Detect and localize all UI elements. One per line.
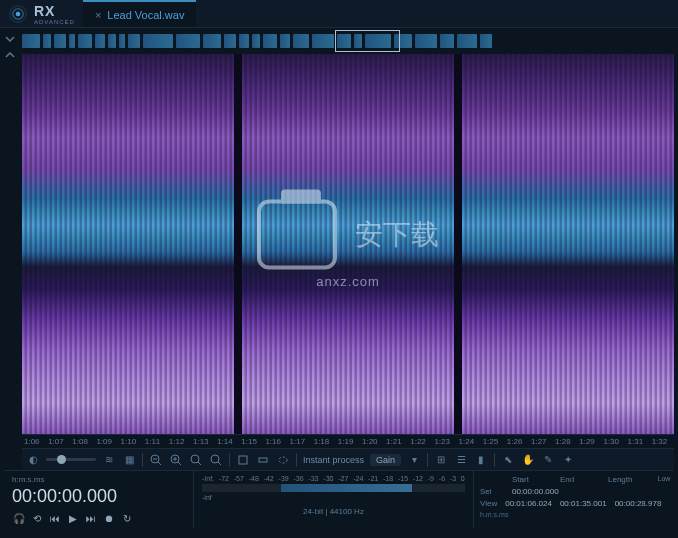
- cursor-icon[interactable]: ⬉: [501, 453, 515, 467]
- spectrogram-display[interactable]: M 安下载 anxz.com: [22, 54, 674, 434]
- spectrogram-icon[interactable]: ▦: [122, 453, 136, 467]
- level-meter: [202, 484, 465, 492]
- svg-rect-15: [259, 458, 267, 462]
- dropdown-icon[interactable]: ▾: [407, 453, 421, 467]
- svg-rect-14: [239, 456, 247, 464]
- ruler-tick: 1:19: [336, 437, 360, 446]
- ruler-tick: 1:12: [167, 437, 191, 446]
- app-logo-icon: [8, 4, 28, 24]
- playhead-time: 00:00:00.000: [12, 486, 185, 507]
- ruler-tick: 1:28: [553, 437, 577, 446]
- svg-line-4: [158, 462, 161, 465]
- overview-selection[interactable]: [335, 30, 400, 52]
- selection-panel: Start End Length Sel00:00:00.000View00:0…: [474, 471, 654, 528]
- ruler-tick: 1:26: [505, 437, 529, 446]
- ruler-tick: 1:10: [119, 437, 143, 446]
- zoom-selection-icon[interactable]: [209, 453, 223, 467]
- loop-icon[interactable]: ⟲: [30, 511, 44, 525]
- selection-unit: h.m.s.ms: [480, 511, 648, 518]
- tool-lasso-icon[interactable]: [276, 453, 290, 467]
- ruler-tick: 1:07: [46, 437, 70, 446]
- ruler-tick: 1:25: [481, 437, 505, 446]
- selection-row: Sel00:00:00.000: [480, 487, 648, 496]
- svg-point-16: [279, 457, 287, 463]
- time-ruler[interactable]: 1:061:071:081:091:101:111:121:131:141:15…: [22, 434, 674, 448]
- record-icon[interactable]: ⏺: [102, 511, 116, 525]
- svg-point-12: [211, 455, 219, 463]
- play-icon[interactable]: ▶: [66, 511, 80, 525]
- logo-area: RX ADVANCED: [0, 3, 83, 25]
- app-header: RX ADVANCED × Lead Vocal.wav: [0, 0, 678, 28]
- spectrogram-panel: [242, 54, 454, 434]
- ruler-tick: 1:21: [384, 437, 408, 446]
- ruler-tick: 1:13: [191, 437, 215, 446]
- zoom-out-icon[interactable]: [149, 453, 163, 467]
- ruler-tick: 1:17: [288, 437, 312, 446]
- tool-freq-icon[interactable]: [256, 453, 270, 467]
- instant-process-label[interactable]: Instant process: [303, 455, 364, 465]
- marker-icon[interactable]: ▮: [474, 453, 488, 467]
- side-controls: [3, 32, 19, 62]
- ruler-tick: 1:09: [94, 437, 118, 446]
- hand-icon[interactable]: ✋: [521, 453, 535, 467]
- ruler-tick: 1:16: [263, 437, 287, 446]
- spectrogram-panel: [462, 54, 674, 434]
- skip-forward-icon[interactable]: ⏭: [84, 511, 98, 525]
- svg-line-11: [198, 462, 201, 465]
- skip-back-icon[interactable]: ⏮: [48, 511, 62, 525]
- wand-icon[interactable]: ✦: [561, 453, 575, 467]
- ruler-tick: 1:30: [601, 437, 625, 446]
- ruler-tick: 1:32: [650, 437, 674, 446]
- ruler-tick: 1:27: [529, 437, 553, 446]
- collapse-up-icon[interactable]: [3, 48, 17, 62]
- ruler-tick: 1:08: [70, 437, 94, 446]
- headphones-icon[interactable]: 🎧: [12, 511, 26, 525]
- overview-waveform[interactable]: [22, 28, 674, 54]
- bottom-panel: h:m:s.ms 00:00:00.000 🎧 ⟲ ⏮ ▶ ⏭ ⏺ ↻ -Inf…: [4, 470, 674, 528]
- transport-controls: 🎧 ⟲ ⏮ ▶ ⏭ ⏺ ↻: [12, 511, 185, 525]
- ruler-tick: 1:31: [626, 437, 650, 446]
- ruler-tick: 1:11: [143, 437, 167, 446]
- ruler-tick: 1:14: [215, 437, 239, 446]
- format-info: 24-bit | 44100 Hz: [202, 507, 465, 516]
- gain-button[interactable]: Gain: [370, 454, 401, 466]
- zoom-icon[interactable]: ◐: [26, 453, 40, 467]
- grid-icon[interactable]: ⊞: [434, 453, 448, 467]
- loudness-panel: Low: [654, 471, 674, 528]
- svg-line-13: [218, 462, 221, 465]
- spectrogram-panel: [22, 54, 234, 434]
- ruler-tick: 1:06: [22, 437, 46, 446]
- ruler-tick: 1:15: [239, 437, 263, 446]
- repeat-icon[interactable]: ↻: [120, 511, 134, 525]
- svg-line-7: [178, 462, 181, 465]
- db-scale: -Inf.-72-57-48-42-39-36-33-30-27-24-21-1…: [202, 475, 465, 482]
- close-icon[interactable]: ×: [95, 9, 101, 21]
- selection-row: View00:01:06.02400:01:35.00100:00:28.978: [480, 499, 648, 508]
- ruler-tick: 1:18: [312, 437, 336, 446]
- zoom-in-icon[interactable]: [169, 453, 183, 467]
- file-tab[interactable]: × Lead Vocal.wav: [83, 0, 197, 27]
- ruler-tick: 1:22: [408, 437, 432, 446]
- ruler-tick: 1:20: [360, 437, 384, 446]
- svg-point-10: [191, 455, 199, 463]
- svg-point-0: [16, 11, 21, 16]
- ruler-tick: 1:29: [577, 437, 601, 446]
- tool-time-icon[interactable]: [236, 453, 250, 467]
- zoom-fit-icon[interactable]: [189, 453, 203, 467]
- list-icon[interactable]: ☰: [454, 453, 468, 467]
- zoom-slider[interactable]: [46, 458, 96, 461]
- collapse-down-icon[interactable]: [3, 32, 17, 46]
- toolbar: ◐ ≋ ▦ Instant process Gain ▾ ⊞ ☰ ▮ ⬉ ✋ ✎…: [22, 448, 674, 470]
- loudness-label: Low: [656, 475, 672, 482]
- file-name: Lead Vocal.wav: [107, 9, 184, 21]
- ruler-tick: 1:23: [432, 437, 456, 446]
- eyedropper-icon[interactable]: ✎: [541, 453, 555, 467]
- ruler-tick: 1:24: [457, 437, 481, 446]
- time-panel: h:m:s.ms 00:00:00.000 🎧 ⟲ ⏮ ▶ ⏭ ⏺ ↻: [4, 471, 194, 528]
- app-edition: ADVANCED: [34, 19, 75, 25]
- app-name: RX: [34, 3, 75, 19]
- waveform-icon[interactable]: ≋: [102, 453, 116, 467]
- time-format-label: h:m:s.ms: [12, 475, 185, 484]
- meter-panel: -Inf.-72-57-48-42-39-36-33-30-27-24-21-1…: [194, 471, 474, 528]
- meter-start-label: -inf: [202, 494, 465, 501]
